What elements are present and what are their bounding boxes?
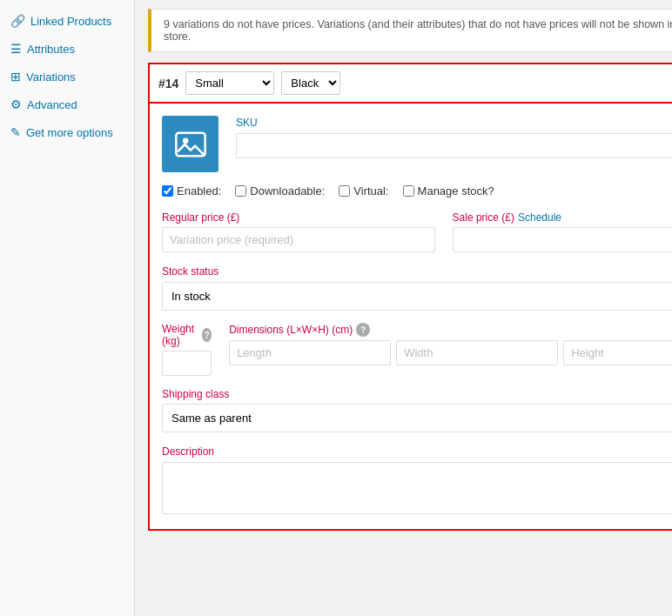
variation-body: SKU ? Enabled: Downloadable:	[148, 104, 672, 531]
length-input[interactable]	[229, 340, 391, 365]
sidebar-label-attributes: Attributes	[27, 43, 75, 56]
weight-section: Weight (kg) ?	[162, 323, 212, 376]
checkboxes-row: Enabled: Downloadable: Virtual: Manage s…	[162, 184, 672, 198]
sidebar-item-get-more-options[interactable]: ✎ Get more options	[0, 118, 134, 146]
shipping-class-select[interactable]: Same as parentNo shipping class	[162, 404, 672, 432]
variations-icon: ⊞	[10, 70, 21, 84]
notice-text: 9 variations do not have prices. Variati…	[164, 18, 672, 43]
virtual-checkbox-item[interactable]: Virtual:	[339, 184, 388, 198]
dims-inputs	[229, 340, 672, 365]
downloadable-checkbox[interactable]	[235, 185, 246, 197]
manage-stock-checkbox-item[interactable]: Manage stock?	[403, 184, 494, 198]
sale-price-label: Sale price (£) Schedule	[453, 211, 672, 224]
variation-notice: 9 variations do not have prices. Variati…	[148, 9, 672, 52]
sale-price-input[interactable]	[453, 227, 672, 252]
shipping-class-row: Shipping class Same as parentNo shipping…	[162, 388, 672, 432]
sku-section: SKU ?	[236, 116, 672, 158]
weight-label: Weight (kg)	[162, 323, 198, 347]
description-textarea[interactable]	[162, 462, 672, 514]
sku-label: SKU	[236, 117, 258, 129]
more-icon: ✎	[10, 125, 21, 139]
manage-stock-label: Manage stock?	[418, 184, 494, 198]
sidebar: 🔗 Linked Products ☰ Attributes ⊞ Variati…	[0, 0, 135, 616]
sale-price-group: Sale price (£) Schedule	[453, 211, 672, 252]
dimensions-label: Dimensions (L×W×H) (cm)	[229, 324, 353, 336]
stock-status-select[interactable]: In stockOut of stockOn backorder	[162, 282, 672, 311]
sidebar-label-get-more-options: Get more options	[26, 126, 113, 139]
variation-number: #14	[158, 77, 178, 90]
main-content: 9 variations do not have prices. Variati…	[135, 0, 672, 616]
height-input[interactable]	[563, 340, 672, 365]
sidebar-label-linked-products: Linked Products	[30, 15, 111, 28]
desc-label-row: Description ?	[162, 445, 672, 459]
sku-label-row: SKU ?	[236, 116, 672, 130]
sidebar-item-attributes[interactable]: ☰ Attributes	[0, 35, 134, 63]
size-select[interactable]: SmallMediumLargeExtra Large	[185, 71, 274, 95]
regular-price-input[interactable]	[162, 227, 435, 252]
sidebar-label-variations: Variations	[26, 70, 76, 84]
manage-stock-checkbox[interactable]	[403, 185, 414, 197]
sidebar-item-variations[interactable]: ⊞ Variations	[0, 63, 134, 90]
width-input[interactable]	[396, 340, 558, 365]
weight-input[interactable]	[162, 351, 212, 376]
sku-input[interactable]	[236, 133, 672, 158]
weight-help-icon[interactable]: ?	[202, 328, 212, 342]
downloadable-label: Downloadable:	[250, 184, 325, 198]
svg-point-1	[182, 137, 188, 144]
shipping-select-wrap: Same as parentNo shipping class ▾	[162, 404, 672, 432]
downloadable-checkbox-item[interactable]: Downloadable:	[235, 184, 325, 198]
dimensions-section: Dimensions (L×W×H) (cm) ?	[229, 323, 672, 376]
sidebar-label-advanced: Advanced	[27, 98, 77, 111]
weight-dims-row: Weight (kg) ? Dimensions (L×W×H) (cm) ?	[162, 323, 672, 376]
stock-label-row: Stock status ?	[162, 264, 672, 278]
virtual-checkbox[interactable]	[339, 185, 350, 197]
enabled-checkbox[interactable]	[162, 185, 173, 197]
link-icon: 🔗	[10, 14, 25, 28]
price-row: Regular price (£) Sale price (£) Schedul…	[162, 211, 672, 252]
image-icon	[173, 127, 208, 162]
variation-header: #14 SmallMediumLargeExtra Large BlackWhi…	[148, 63, 672, 104]
stock-status-row: Stock status ? In stockOut of stockOn ba…	[162, 264, 672, 311]
attributes-icon: ☰	[10, 42, 22, 56]
dims-label-row: Dimensions (L×W×H) (cm) ?	[229, 323, 672, 337]
sidebar-item-linked-products[interactable]: 🔗 Linked Products	[0, 7, 134, 35]
gear-icon: ⚙	[10, 97, 22, 111]
description-label: Description	[162, 445, 214, 458]
image-sku-row: SKU ?	[162, 116, 672, 172]
regular-price-label: Regular price (£)	[162, 211, 435, 224]
description-row: Description ?	[162, 445, 672, 517]
weight-label-row: Weight (kg) ?	[162, 323, 212, 347]
schedule-link[interactable]: Schedule	[518, 211, 561, 224]
enabled-checkbox-item[interactable]: Enabled:	[162, 184, 221, 198]
enabled-label: Enabled:	[177, 184, 221, 198]
variation-image-placeholder[interactable]	[162, 116, 218, 172]
stock-select-wrap: In stockOut of stockOn backorder ▾	[162, 282, 672, 311]
stock-status-label: Stock status	[162, 265, 218, 278]
dims-help-icon[interactable]: ?	[356, 323, 370, 337]
shipping-class-label: Shipping class	[162, 388, 672, 400]
color-select[interactable]: BlackWhiteRedBlue	[281, 71, 340, 95]
virtual-label: Virtual:	[353, 184, 388, 198]
regular-price-group: Regular price (£)	[162, 211, 435, 252]
sidebar-item-advanced[interactable]: ⚙ Advanced	[0, 90, 134, 118]
